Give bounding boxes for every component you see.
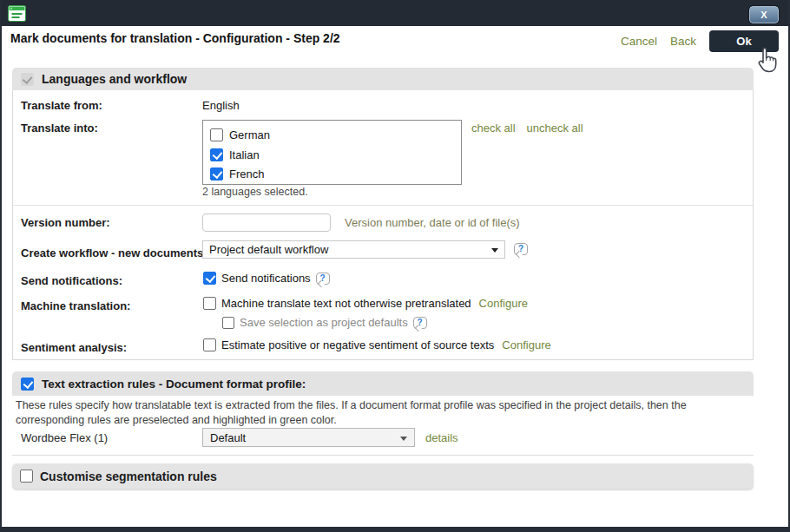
- machine-translation-row: Machine translate text not otherwise pre…: [203, 297, 528, 310]
- machine-translation-configure-link[interactable]: Configure: [479, 297, 528, 310]
- language-item-french[interactable]: French: [210, 164, 461, 184]
- save-defaults-label: Save selection as project defaults: [240, 316, 408, 329]
- back-link[interactable]: Back: [670, 35, 696, 48]
- window-close-button[interactable]: X: [749, 6, 779, 23]
- language-label: German: [229, 128, 270, 141]
- language-label: Italian: [229, 148, 260, 161]
- section-segmentation-header[interactable]: Customise segmentation rules: [12, 463, 754, 489]
- profile-select-value: Default: [210, 431, 246, 444]
- workflow-select[interactable]: Project default workflow: [202, 240, 505, 259]
- language-checkbox-french[interactable]: [210, 167, 223, 181]
- version-number-label: Version number:: [21, 216, 110, 229]
- machine-translation-checkbox[interactable]: [203, 297, 216, 310]
- machine-translation-label: Machine translation:: [21, 299, 130, 312]
- profile-name-label: Wordbee Flex (1): [21, 431, 108, 444]
- language-checkbox-german[interactable]: [210, 128, 223, 141]
- section-extraction-header: Text extraction rules - Document format …: [12, 371, 754, 396]
- save-defaults-checkbox[interactable]: [222, 317, 234, 329]
- extraction-description: These rules specify how translatable tex…: [16, 398, 729, 428]
- create-workflow-label: Create workflow - new documents:: [21, 246, 207, 259]
- profile-details-link[interactable]: details: [425, 431, 458, 444]
- send-notifications-row: Send notifications ?: [203, 272, 330, 285]
- language-item-german[interactable]: German: [210, 125, 461, 145]
- send-notifications-label: Send notifications:: [21, 274, 122, 287]
- sentiment-configure-link[interactable]: Configure: [502, 338, 550, 351]
- sentiment-analysis-label: Sentiment analysis:: [21, 341, 127, 354]
- dialog-title: Mark documents for translation - Configu…: [10, 31, 340, 45]
- sentiment-analysis-checkbox-label: Estimate positive or negative sentiment …: [221, 338, 494, 351]
- workflow-select-value: Project default workflow: [209, 243, 328, 256]
- machine-translation-checkbox-label: Machine translate text not otherwise pre…: [221, 297, 471, 310]
- language-checkbox-italian[interactable]: [210, 148, 223, 161]
- languages-selected-summary: 2 languages selected.: [202, 186, 308, 198]
- translate-from-label: Translate from:: [21, 99, 102, 112]
- chevron-down-icon: [491, 248, 498, 253]
- send-notifications-help-icon[interactable]: ?: [316, 273, 330, 285]
- language-label: French: [229, 167, 264, 181]
- workflow-help-icon[interactable]: ?: [514, 243, 528, 255]
- save-defaults-row: Save selection as project defaults ?: [222, 316, 427, 329]
- version-number-input[interactable]: [202, 213, 331, 232]
- section-divider: [12, 455, 754, 456]
- profile-select[interactable]: Default: [202, 428, 415, 447]
- cancel-link[interactable]: Cancel: [621, 35, 657, 48]
- window-titlebar: [0, 0, 790, 26]
- translate-from-value: English: [202, 99, 240, 112]
- section-segmentation-checkbox[interactable]: [20, 470, 33, 483]
- section-extraction-title: Text extraction rules - Document format …: [42, 378, 306, 391]
- section-languages-title: Languages and workflow: [42, 72, 187, 86]
- uncheck-all-link[interactable]: uncheck all: [527, 122, 583, 135]
- section-segmentation-title: Customise segmentation rules: [40, 470, 217, 483]
- section-extraction-checkbox[interactable]: [21, 378, 34, 391]
- dialog-actions: Cancel Back Ok: [621, 30, 779, 52]
- app-window-icon: [8, 5, 26, 22]
- send-notifications-checkbox[interactable]: [203, 272, 216, 285]
- send-notifications-checkbox-label: Send notifications: [221, 272, 311, 285]
- ok-button[interactable]: Ok: [709, 30, 779, 52]
- save-defaults-help-icon[interactable]: ?: [413, 317, 427, 329]
- chevron-down-icon: [400, 437, 407, 441]
- section-languages-checkbox: [21, 73, 34, 86]
- sentiment-analysis-checkbox[interactable]: [203, 338, 216, 351]
- section-divider: [13, 205, 753, 206]
- check-all-link[interactable]: check all: [471, 122, 516, 135]
- language-item-italian[interactable]: Italian: [210, 145, 461, 165]
- dialog-window: { "window": { "close_glyph": "X" }, "hea…: [0, 0, 790, 532]
- target-languages-listbox[interactable]: German Italian French: [202, 120, 462, 185]
- version-number-hint: Version number, date or id of file(s): [345, 216, 520, 229]
- section-languages-header: Languages and workflow: [12, 68, 754, 90]
- sentiment-analysis-row: Estimate positive or negative sentiment …: [203, 338, 551, 351]
- translate-into-label: Translate into:: [21, 122, 98, 135]
